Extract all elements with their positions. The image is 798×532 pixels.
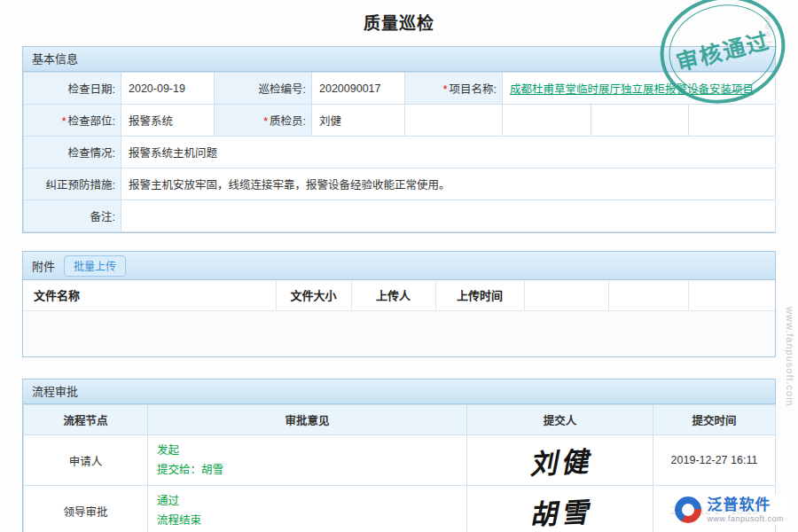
attachments-empty-row [23, 310, 775, 356]
check-part-value-text: 报警系统 [129, 115, 173, 128]
col-upload-time-text: 上传时间 [457, 289, 503, 302]
empty-cell [405, 105, 503, 137]
approval-signature-cell: 胡雪 [467, 486, 653, 532]
check-part-value: 报警系统 [121, 105, 215, 137]
inspector-label-text: 质检员: [270, 115, 306, 128]
signature: 胡雪 [528, 489, 591, 532]
fanpu-logo-icon [675, 497, 701, 523]
approval-signature-cell: 刘健 [467, 435, 653, 486]
project-name-label-text: 项目名称: [450, 83, 497, 96]
patrol-no-value: 2020090017 [312, 73, 405, 105]
stamp-text: 审核通过 [672, 22, 773, 76]
basic-info-row-2: *检查部位: 报警系统 *质检员: 刘健 [24, 105, 776, 137]
col-node-text: 流程节点 [63, 415, 107, 427]
approval-col-node: 流程节点 [24, 405, 148, 435]
approval-row-leader: 领导审批 通过 流程结束 胡雪 2019-12-27 16:19 [24, 486, 776, 532]
patrol-no-value-text: 2020090017 [319, 82, 381, 95]
col-file-size-text: 文件大小 [290, 289, 336, 302]
patrol-no-label-text: 巡检编号: [259, 83, 306, 96]
col-opinion-text: 审批意见 [285, 415, 329, 427]
attachments-col-empty [688, 280, 775, 310]
approval-table: 流程节点 审批意见 提交人 提交时间 申请人 发起 提交给：胡雪 刘健 2019… [23, 404, 776, 532]
check-date-value: 2020-09-19 [121, 73, 215, 105]
remark-label-text: 备注: [90, 211, 115, 223]
basic-info-section: 基本信息 检查日期: 2020-09-19 巡检编号: 2020090017 *… [22, 46, 776, 233]
approval-action-link[interactable]: 发起 [157, 441, 179, 461]
attachments-col-file-size: 文件大小 [276, 280, 351, 310]
situation-label-text: 检查情况: [68, 147, 115, 160]
approval-header-row: 流程节点 审批意见 提交人 提交时间 [24, 405, 776, 435]
approval-node-text: 领导审批 [63, 506, 107, 519]
required-asterisk: * [443, 83, 448, 96]
patrol-no-label: 巡检编号: [215, 73, 312, 105]
check-date-label-text: 检查日期: [68, 83, 115, 96]
remark-label: 备注: [24, 200, 121, 232]
remark-value [121, 200, 776, 232]
check-date-label: 检查日期: [24, 73, 121, 105]
col-file-name-text: 文件名称 [34, 289, 80, 302]
attachments-empty-body [23, 310, 775, 356]
batch-upload-button[interactable]: 批量上传 [64, 255, 126, 277]
inspector-value: 刘健 [312, 105, 405, 137]
approval-header: 流程审批 [23, 379, 775, 404]
attachments-section: 附件 批量上传 文件名称 文件大小 上传人 上传时间 [22, 251, 776, 357]
measures-label-text: 纠正预防措施: [46, 179, 115, 192]
brand-site: www.fanpusoft.com [707, 514, 784, 523]
inspector-label: *质检员: [215, 105, 312, 137]
approval-action-link[interactable]: 通过 [157, 491, 179, 512]
stamp-inner-ring-icon: 审核通过 [660, 0, 786, 106]
attachments-table: 文件名称 文件大小 上传人 上传时间 [23, 280, 775, 356]
approval-node: 申请人 [24, 435, 148, 486]
approval-row-applicant: 申请人 发起 提交给：胡雪 刘健 2019-12-27 16:11 [24, 435, 776, 486]
basic-info-title: 基本信息 [32, 52, 78, 66]
approval-section: 流程审批 流程节点 审批意见 提交人 提交时间 申请人 发起 提交给：胡雪 [22, 379, 776, 532]
attachments-header: 附件 批量上传 [23, 252, 775, 280]
basic-info-table: 检查日期: 2020-09-19 巡检编号: 2020090017 *项目名称:… [23, 72, 776, 232]
project-name-label: *项目名称: [405, 73, 503, 105]
measures-value-text: 报警主机安放牢固，线缆连接牢靠，报警设备经验收能正常使用。 [129, 179, 450, 192]
attachments-col-empty [524, 280, 608, 310]
basic-info-row-3: 检查情况: 报警系统主机问题 [24, 137, 776, 168]
approval-col-opinion: 审批意见 [148, 405, 467, 435]
attachments-col-uploader: 上传人 [351, 280, 435, 310]
attachments-title: 附件 [32, 257, 55, 274]
empty-cell [503, 105, 591, 137]
approval-time-text: 2019-12-27 16:11 [671, 454, 758, 466]
check-date-value-text: 2020-09-19 [129, 82, 185, 95]
approval-col-time: 提交时间 [653, 405, 776, 435]
basic-info-row-1: 检查日期: 2020-09-19 巡检编号: 2020090017 *项目名称:… [24, 73, 776, 105]
situation-label: 检查情况: [24, 137, 121, 168]
approval-node-text: 申请人 [69, 456, 103, 468]
approval-opinion: 发起 提交给：胡雪 [148, 435, 467, 486]
brand-footer[interactable]: 泛普软件 www.fanpusoft.com [671, 495, 787, 525]
situation-value-text: 报警系统主机问题 [129, 147, 217, 160]
approval-opinion: 通过 流程结束 [148, 486, 467, 532]
attachments-col-empty [608, 280, 688, 310]
measures-label: 纠正预防措施: [24, 168, 121, 200]
watermark-side: www.fanpusoft.com [785, 307, 795, 406]
approval-time: 2019-12-27 16:11 [653, 435, 776, 486]
check-part-label: *检查部位: [24, 105, 121, 137]
basic-info-row-4: 纠正预防措施: 报警主机安放牢固，线缆连接牢靠，报警设备经验收能正常使用。 [24, 168, 776, 200]
inspector-value-text: 刘健 [319, 115, 341, 128]
approval-node: 领导审批 [24, 486, 148, 532]
col-submitter-text: 提交人 [544, 415, 577, 427]
check-part-label-text: 检查部位: [68, 115, 115, 128]
attachments-header-row: 文件名称 文件大小 上传人 上传时间 [23, 280, 775, 310]
situation-value: 报警系统主机问题 [121, 137, 776, 168]
signature: 刘健 [528, 439, 591, 482]
approval-col-submitter: 提交人 [467, 405, 653, 435]
attachments-col-file-name: 文件名称 [23, 280, 276, 310]
approval-detail-link[interactable]: 流程结束 [157, 511, 201, 531]
required-asterisk: * [62, 115, 66, 128]
page: www.fanpusoft.com www.fanpusoft.com 质量巡检… [0, 0, 798, 532]
col-uploader-text: 上传人 [376, 289, 411, 302]
basic-info-row-5: 备注: [24, 200, 776, 232]
attachments-col-upload-time: 上传时间 [435, 280, 524, 310]
required-asterisk: * [263, 115, 268, 128]
approval-title: 流程审批 [32, 385, 78, 398]
approval-detail-link[interactable]: 提交给：胡雪 [157, 460, 223, 481]
measures-value: 报警主机安放牢固，线缆连接牢靠，报警设备经验收能正常使用。 [121, 168, 776, 200]
brand-name: 泛普软件 [707, 497, 784, 512]
col-time-text: 提交时间 [692, 415, 736, 427]
